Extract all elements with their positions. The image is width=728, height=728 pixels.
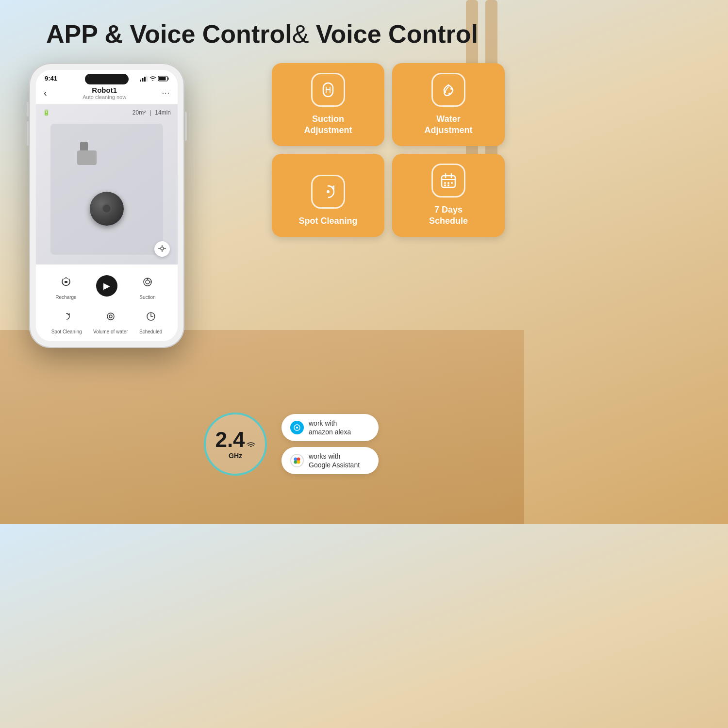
robot-dock (77, 150, 101, 170)
svg-point-37 (444, 184, 446, 186)
svg-rect-3 (140, 80, 141, 82)
menu-button[interactable]: ··· (162, 89, 170, 98)
svg-rect-15 (65, 281, 67, 283)
wifi-badge: 2.4 GHz (204, 413, 267, 476)
app-header: ‹ Robot1 Auto cleaning now ··· (36, 84, 178, 104)
alexa-icon (290, 421, 304, 434)
phone-side-button-power (185, 112, 187, 141)
dock-base (77, 150, 97, 165)
google-dots-icon (293, 456, 301, 465)
volume-label: Volume of water (93, 329, 128, 334)
wifi-unit: GHz (229, 452, 242, 460)
dynamic-island (85, 74, 129, 84)
voice-badges: work withamazon alexa works withGoogle A… (281, 414, 379, 475)
controls-bottom: Spot Cleaning Volume of water (36, 303, 178, 341)
feature-card-schedule: 7 DaysSchedule (392, 154, 505, 237)
suction-control[interactable]: Suction (137, 271, 158, 300)
spot-cleaning-label: Spot Cleaning (51, 329, 82, 334)
controls-top: Recharge ▶ Suction (36, 265, 178, 303)
suction-icon (137, 271, 158, 293)
map-stats: 20m² | 14min (132, 109, 171, 116)
schedule-feature-icon (431, 164, 465, 198)
google-badge: works withGoogle Assistant (281, 447, 379, 474)
svg-rect-8 (159, 77, 166, 80)
wifi-status-icon (149, 76, 156, 82)
status-icons (140, 76, 169, 82)
spot-cleaning-feature-label: Spot Cleaning (299, 215, 358, 227)
title-ampersand: & (292, 20, 316, 48)
scheduled-control[interactable]: Scheduled (139, 306, 162, 334)
map-area: 🔋 20m² | 14min (36, 104, 178, 265)
play-icon: ▶ (96, 275, 117, 297)
features-grid: SuctionAdjustment WaterAdjustment Spot C… (272, 63, 505, 237)
spot-cleaning-ctrl-icon (56, 306, 77, 327)
svg-rect-9 (168, 77, 169, 80)
svg-point-44 (294, 461, 298, 464)
svg-point-43 (297, 458, 300, 461)
svg-point-27 (450, 88, 452, 90)
feature-card-spot: Spot Cleaning (272, 154, 384, 237)
water-adjustment-icon (431, 73, 465, 107)
volume-icon (100, 306, 121, 327)
svg-point-29 (327, 190, 330, 193)
schedule-feature-label: 7 DaysSchedule (429, 204, 468, 227)
phone-mockup: 9:41 (29, 63, 184, 348)
alexa-text: work withamazon alexa (309, 419, 351, 436)
title-voice: Voice Control (316, 20, 478, 48)
water-adjustment-label: WaterAdjustment (425, 114, 473, 136)
signal-icon (140, 76, 148, 82)
svg-point-34 (444, 182, 446, 184)
area-stat: 20m² (132, 109, 146, 116)
robot-center (102, 204, 112, 214)
alexa-ring-icon (293, 424, 301, 431)
page-title: APP & Voice Control& Voice Control (0, 19, 524, 49)
svg-point-38 (447, 184, 449, 186)
svg-point-45 (297, 461, 300, 464)
svg-rect-4 (142, 78, 144, 82)
battery-status-icon (158, 76, 169, 82)
google-icon (290, 454, 304, 467)
recharge-icon (55, 271, 77, 293)
svg-point-36 (451, 182, 453, 184)
wifi-section: 2.4 GHz work withamazon alexa (204, 413, 379, 476)
time-display: 9:41 (45, 75, 57, 82)
map-room (50, 124, 163, 255)
svg-rect-5 (144, 77, 146, 82)
play-control[interactable]: ▶ (96, 275, 117, 297)
svg-point-20 (107, 313, 114, 320)
feature-card-suction: SuctionAdjustment (272, 63, 384, 146)
robot-body (90, 192, 124, 226)
svg-rect-6 (147, 76, 148, 82)
suction-label: Suction (139, 295, 155, 300)
location-button[interactable] (154, 241, 170, 257)
suction-adjustment-icon (311, 73, 345, 107)
google-text: works withGoogle Assistant (309, 452, 360, 469)
spot-cleaning-feature-icon (311, 175, 345, 209)
volume-control[interactable]: Volume of water (93, 306, 128, 334)
spot-cleaning-control[interactable]: Spot Cleaning (51, 306, 82, 334)
battery-level-icon: 🔋 (43, 109, 50, 116)
scheduled-icon (140, 306, 162, 327)
suction-adjustment-label: SuctionAdjustment (304, 114, 352, 136)
recharge-control[interactable]: Recharge (55, 271, 77, 300)
robot-name: Robot1 (83, 86, 126, 94)
scheduled-label: Scheduled (139, 329, 162, 334)
svg-point-42 (294, 458, 298, 461)
svg-point-21 (109, 315, 112, 318)
location-icon (158, 245, 166, 253)
back-button[interactable]: ‹ (44, 87, 47, 99)
phone-side-button-volume (27, 121, 29, 146)
svg-point-39 (250, 446, 251, 447)
wifi-frequency: 2.4 (215, 429, 245, 450)
wifi-signal-icon (246, 439, 256, 447)
title-app: APP & Voice Control (46, 20, 292, 48)
robot-vacuum (90, 192, 124, 226)
recharge-label: Recharge (55, 295, 76, 300)
svg-point-10 (161, 247, 164, 250)
time-stat: 14min (155, 109, 171, 116)
svg-point-28 (448, 93, 450, 95)
robot-status: Auto cleaning now (83, 94, 126, 100)
svg-point-41 (296, 427, 298, 429)
dock-tower (80, 142, 88, 151)
feature-card-water: WaterAdjustment (392, 63, 505, 146)
